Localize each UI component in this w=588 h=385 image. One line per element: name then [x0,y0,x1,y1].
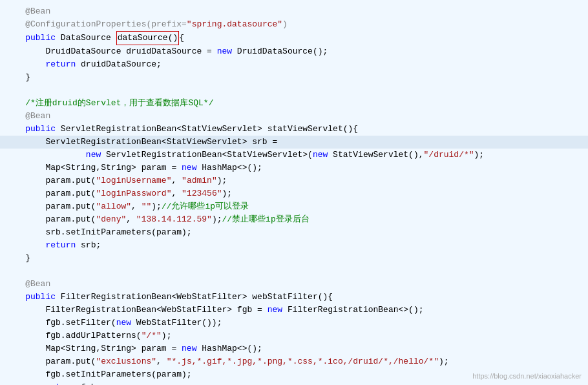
code-text: , [156,355,167,368]
code-text: , [171,187,182,200]
code-line-4: DruidDataSource druidDataSource = new Dr… [0,45,588,58]
string: "deny" [96,213,126,226]
code-line-30: return fgb; [0,381,588,385]
comment: /*注册druid的Servlet，用于查看数据库SQL*/ [25,97,213,110]
code-line-11: ServletRegistrationBean<StatViewServlet>… [0,136,588,149]
keyword: return [45,239,76,252]
code-text: StatViewServlet(), [328,149,423,161]
annotation: @ConfigurationProperties(prefix= [25,18,187,31]
string: "spring.datasource" [187,18,282,31]
string: "*.js,*.gif,*.jpg,*.png,*.css,*.ico,/dru… [167,355,439,368]
code-text: DataSource [56,32,116,45]
method-boxed: dataSource() [116,31,180,45]
keyword: new [116,317,131,329]
code-text: FilterRegistrationBean<WebStatFilter> fg… [5,304,268,317]
string: "loginUsername" [96,174,171,187]
code-line-22: @Bean [0,278,588,291]
code-text: HashMap<>(); [196,342,262,355]
code-text: FilterRegistrationBean<>(); [282,304,423,317]
watermark: https://blog.csdn.net/xiaoxiahacker [472,372,582,380]
code-text [5,149,86,161]
code-text: param.put( [5,174,96,187]
code-line-27: Map<String,String> param = new HashMap<>… [0,342,588,355]
code-text: HashMap<>(); [196,161,262,174]
code-line-6: } [0,71,588,84]
code-line-21 [0,265,588,278]
code-text: , [126,213,136,226]
code-line-8: /*注册druid的Servlet，用于查看数据库SQL*/ [0,97,588,110]
code-text: ServletRegistrationBean<StatViewServlet>… [5,136,277,149]
code-text: fgb.setInitParameters(param); [5,368,192,381]
keyword: return [45,58,76,71]
keyword: new [86,149,101,161]
code-line-23: public FilterRegistrationBean<WebStatFil… [0,291,588,304]
code-line-9: @Bean [0,110,588,123]
code-text [5,84,10,97]
code-text [5,239,45,252]
keyword: new [268,304,282,317]
code-line-12: new ServletRegistrationBean<StatViewServ… [0,149,588,161]
code-text: fgb.setFilter( [5,317,116,329]
annotation: @Bean [25,110,50,123]
code-line-16: param.put("allow", "");//允许哪些ip可以登录 [0,200,588,213]
code-line-14: param.put("loginUsername", "admin"); [0,174,588,187]
keyword: new [313,149,328,161]
annotation: ) [282,18,288,31]
code-line-19: return srb; [0,239,588,252]
code-text: srb; [76,239,101,252]
code-text: ); [151,200,162,213]
code-text: WebStatFilter()); [131,317,222,329]
code-text: } [5,71,30,84]
string: "exclusions" [96,355,156,368]
code-line-26: fgb.addUrlPatterns("/*"); [0,329,588,342]
code-line-2: @ConfigurationProperties(prefix="spring.… [0,18,588,31]
code-line-18: srb.setInitParameters(param); [0,226,588,239]
keyword: new [182,342,196,355]
code-text: Map<String,String> param = [5,342,182,355]
code-text: , [171,174,182,187]
code-text [5,123,25,136]
code-text [5,265,10,278]
code-line-13: Map<String,String> param = new HashMap<>… [0,161,588,174]
code-line-3: public DataSource dataSource(){ [0,31,588,45]
code-text: ServletRegistrationBean<StatViewServlet>… [56,123,358,136]
code-text: ); [439,355,449,368]
code-container: @Bean @ConfigurationProperties(prefix="s… [0,0,588,385]
code-text: ); [217,174,227,187]
code-text [5,97,25,110]
code-line-28: param.put("exclusions", "*.js,*.gif,*.jp… [0,355,588,368]
keyword: new [217,45,232,58]
code-text [5,5,25,18]
code-text: ); [222,187,233,200]
string: "" [142,200,152,213]
code-line-7 [0,84,588,97]
code-text: { [179,32,184,45]
string: "admin" [182,174,217,187]
code-line-15: param.put("loginPassword", "123456"); [0,187,588,200]
code-line-24: FilterRegistrationBean<WebStatFilter> fg… [0,304,588,317]
code-text [5,291,25,304]
keyword: public [25,32,56,45]
code-text [5,110,25,123]
string: "loginPassword" [96,187,171,200]
code-line-20: } [0,252,588,265]
code-text: param.put( [5,187,96,200]
string: "/druid/*" [424,149,474,161]
annotation: @Bean [25,5,50,18]
keyword: return [45,381,76,385]
code-text: ); [212,213,222,226]
code-text: ServletRegistrationBean<StatViewServlet>… [101,149,313,161]
code-line-25: fgb.setFilter(new WebStatFilter()); [0,317,588,329]
code-text [5,278,25,291]
code-text: DruidDataSource druidDataSource = [5,45,217,58]
code-line-5: return druidDataSource; [0,58,588,71]
keyword: new [182,161,196,174]
comment: //允许哪些ip可以登录 [162,200,249,213]
code-text: FilterRegistrationBean<WebStatFilter> we… [56,291,333,304]
string: "allow" [96,200,131,213]
string: "/*" [142,329,162,342]
code-text: param.put( [5,355,96,368]
code-text [5,58,45,71]
code-line-1: @Bean [0,5,588,18]
code-text: fgb.addUrlPatterns( [5,329,142,342]
